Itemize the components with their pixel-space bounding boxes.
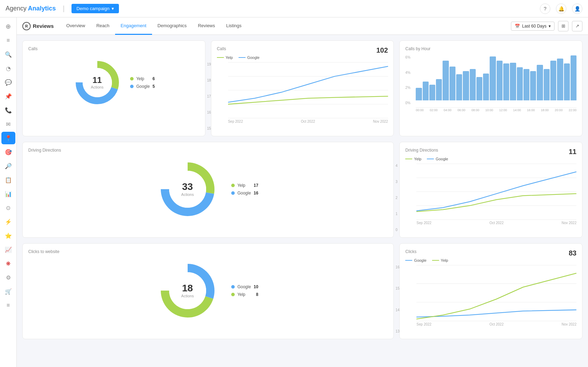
date-filter-button[interactable]: 📅 Last 60 Days ▾ — [511, 22, 555, 31]
bar-y-labels: 6% 4% 2% 0% — [405, 55, 410, 105]
share-button[interactable]: ↗ — [572, 21, 582, 31]
calls-by-hour-card: Calls by Hour 6% 4% 2% 0% — [399, 40, 582, 136]
clicks-google-value: 10 — [254, 284, 258, 289]
grid-view-button[interactable]: ⊞ — [558, 21, 568, 31]
bar-0000 — [416, 88, 422, 100]
calls-yelp-legend: Yelp — [217, 55, 233, 60]
sidebar-item-cart[interactable]: 🛒 — [1, 285, 15, 298]
bar-0600 — [436, 79, 442, 100]
calls-line-svg — [228, 62, 388, 118]
bar-b — [510, 63, 516, 100]
bar-2200 — [490, 56, 496, 100]
sidebar-item-magnify[interactable]: 🔎 — [1, 160, 15, 172]
driving-yelp-legend: Yelp 17 — [231, 183, 258, 188]
bar-i — [557, 59, 563, 100]
bar-e — [530, 71, 536, 100]
calls-donut-value: 11 — [91, 76, 104, 84]
tab-demographics[interactable]: Demographics — [152, 17, 193, 35]
help-button[interactable]: ? — [540, 3, 550, 14]
calls-donut-title: Calls — [28, 46, 199, 51]
sidebar-item-phone[interactable]: 📞 — [1, 104, 15, 116]
bar-0200 — [423, 82, 429, 100]
yelp-label: Yelp — [136, 76, 150, 81]
user-menu-button[interactable]: 👤 — [572, 3, 582, 14]
driving-yelp-line — [405, 159, 412, 159]
calls-by-hour-title: Calls by Hour — [405, 46, 576, 51]
google-value: 5 — [152, 84, 155, 89]
driving-line-chart-wrapper: 4 3 2 1 0 Sep 2 — [405, 164, 576, 232]
sub-nav-brand: R Reviews — [22, 22, 54, 30]
driving-line-title: Driving Directions — [405, 148, 576, 153]
legend-google: Google 5 — [130, 84, 155, 89]
calls-donut-chart: 11 Actions — [73, 58, 122, 107]
driving-line-chart — [416, 164, 576, 220]
sidebar-item-email[interactable]: ✉ — [1, 118, 15, 130]
bar-h — [550, 61, 556, 100]
legend-yelp: Yelp 6 — [130, 76, 155, 81]
bar-d — [523, 69, 529, 100]
sidebar-item-clipboard[interactable]: 📋 — [1, 174, 15, 186]
driving-donut-section: 33 Actions Yelp 17 Google 16 — [28, 157, 388, 222]
sub-nav-right: 📅 Last 60 Days ▾ ⊞ ↗ — [511, 21, 582, 31]
sidebar-item-clock[interactable]: ◔ — [1, 62, 15, 75]
yelp-line — [217, 57, 224, 58]
calls-line-chart-wrapper: 19 18 17 16 15 — [217, 62, 388, 130]
tab-listings[interactable]: Listings — [221, 17, 247, 35]
demo-campaign-button[interactable]: Demo campaign ▾ — [71, 4, 119, 13]
driving-line-card: Driving Directions 11 Yelp Google 4 3 2 … — [399, 142, 582, 238]
bar-1800 — [476, 77, 482, 100]
bar-1600 — [470, 69, 476, 100]
clicks-google-legend-line: Google — [405, 258, 426, 262]
sidebar-item-chat[interactable]: 💬 — [1, 76, 15, 89]
clicks-yelp-value: 8 — [256, 292, 258, 297]
sidebar-item-settings[interactable]: ⚙ — [1, 271, 15, 284]
sidebar-item-more[interactable]: ≡ — [1, 299, 15, 312]
clicks-donut-chart: 18 Actions — [158, 261, 217, 320]
sidebar-item-menu[interactable]: ≡ — [1, 34, 15, 47]
bar-a — [503, 63, 509, 100]
driving-google-label: Google — [238, 191, 251, 196]
sidebar-item-circle[interactable]: ⊙ — [1, 201, 15, 214]
google-dot — [130, 85, 134, 88]
clicks-line-legend: Google Yelp — [405, 258, 576, 262]
sidebar-item-home[interactable]: ⊕ — [1, 20, 15, 33]
bar-x-labels: 00:00 02:00 04:00 06:00 08:00 10:00 12:0… — [416, 108, 576, 112]
driving-line-total: 11 — [569, 148, 576, 156]
tab-reviews[interactable]: Reviews — [192, 17, 220, 35]
sidebar-item-chart[interactable]: 📊 — [1, 188, 15, 200]
top-nav-right: ? 🔔 👤 — [540, 3, 582, 14]
main-content: Calls 11 Actions Yelp 6 — [17, 35, 588, 345]
driving-line-svg — [416, 164, 576, 220]
sub-nav-tabs: Overview Reach Engagement Demographics R… — [61, 17, 247, 35]
tab-engagement[interactable]: Engagement — [115, 17, 152, 35]
sidebar-item-location[interactable]: 📍 — [1, 132, 15, 144]
driving-donut-center: 33 Actions — [181, 182, 194, 197]
clicks-yelp-label: Yelp — [238, 292, 253, 297]
clicks-google-line — [405, 260, 412, 261]
sidebar-item-trending[interactable]: 📈 — [1, 243, 15, 256]
logo: AgencyAnalytics — [6, 5, 56, 12]
sidebar-item-search[interactable]: 🔍 — [1, 48, 15, 61]
clicks-yelp-legend: Yelp 8 — [231, 292, 258, 297]
sidebar-item-target[interactable]: 🎯 — [1, 146, 15, 158]
driving-google-value: 16 — [254, 191, 258, 196]
sidebar-item-star[interactable]: ⭐ — [1, 229, 15, 242]
clicks-line-title: Clicks — [405, 249, 576, 254]
driving-google-dot — [231, 191, 235, 195]
clicks-donut-section: 18 Actions Google 10 Yelp 8 — [28, 258, 388, 323]
driving-yelp-dot — [231, 184, 235, 187]
clicks-yelp-line — [432, 260, 439, 261]
bar-0800 — [443, 61, 448, 100]
sidebar-item-pin[interactable]: 📌 — [1, 90, 15, 102]
notifications-button[interactable]: 🔔 — [556, 3, 566, 14]
clicks-donut-label: Actions — [181, 294, 194, 298]
driving-google-legend-line: Google — [427, 157, 448, 161]
tab-reach[interactable]: Reach — [91, 17, 115, 35]
clicks-donut-title: Clicks to website — [28, 249, 388, 254]
bar-2400 — [497, 61, 503, 100]
clicks-google-legend: Google 10 — [231, 284, 258, 289]
sidebar-item-flash[interactable]: ⚡ — [1, 215, 15, 228]
sidebar-item-yelp[interactable]: ❋ — [1, 257, 15, 270]
tab-overview[interactable]: Overview — [61, 17, 91, 35]
calls-line-card: Calls 102 Yelp Google 19 18 17 16 15 — [211, 40, 394, 136]
